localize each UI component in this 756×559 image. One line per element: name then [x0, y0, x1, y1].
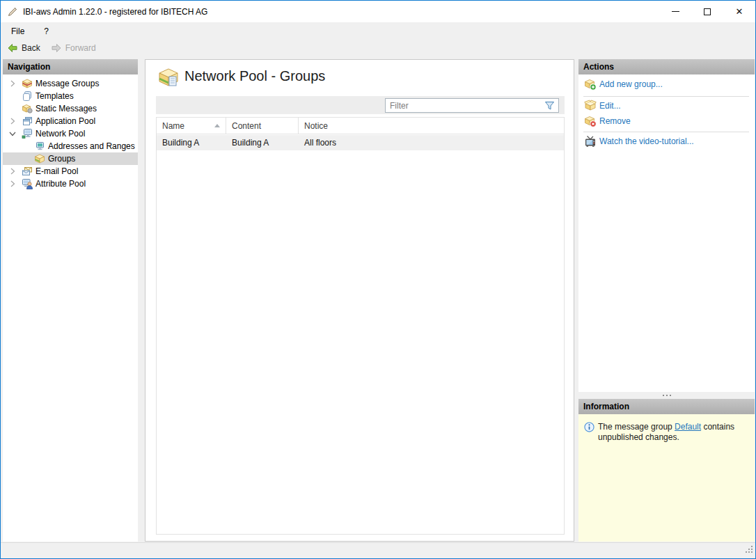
resize-grip-icon[interactable] [746, 544, 753, 556]
filter-input[interactable] [386, 101, 544, 111]
add-group-icon [584, 78, 597, 93]
action-link[interactable]: Edit... [599, 101, 621, 111]
back-arrow-icon [7, 42, 18, 54]
action-remove[interactable]: Remove [578, 113, 755, 129]
titlebar: IBI-aws Admin 1.22.0 - registered for IB… [1, 1, 755, 22]
menu-item-file[interactable]: File [5, 24, 31, 39]
sidebar-item-message-groups[interactable]: Message Groups [3, 77, 138, 90]
window-title: IBI-aws Admin 1.22.0 - registered for IB… [23, 7, 207, 17]
info-message: The message group Default contains unpub… [598, 422, 746, 443]
info-text-before: The message group [598, 422, 675, 432]
cell-notice: All floors [299, 135, 564, 150]
main-panel: Network Pool - Groups Name Content [145, 59, 574, 542]
sidebar-item-addresses-and-ranges[interactable]: Addresses and Ranges [3, 140, 138, 152]
application-pool-icon [22, 116, 33, 127]
sidebar-item-label: E-mail Pool [36, 166, 78, 176]
filter-field[interactable] [385, 98, 559, 113]
page-header: Network Pool - Groups [145, 60, 574, 93]
sidebar-item-network-pool[interactable]: Network Pool [3, 127, 138, 140]
chevron-right-icon[interactable] [8, 79, 17, 88]
actions-separator [583, 96, 749, 97]
actions-separator [583, 132, 749, 132]
action-link[interactable]: Watch the video-tutorial... [599, 136, 694, 146]
static-messages-icon [22, 103, 33, 114]
cell-content: Building A [226, 135, 299, 150]
groups-table: Name Content Notice Building A Building … [156, 117, 565, 535]
forward-button[interactable]: Forward [47, 41, 100, 55]
forward-label: Forward [65, 43, 96, 53]
action-watch-tutorial[interactable]: Watch the video-tutorial... [578, 134, 755, 149]
addresses-icon [34, 141, 45, 152]
information-panel: Information The message group Default co… [578, 399, 755, 542]
back-button[interactable]: Back [3, 41, 45, 55]
column-header-label: Notice [304, 121, 328, 131]
back-label: Back [22, 43, 40, 53]
action-link[interactable]: Add new group... [599, 79, 663, 89]
message-groups-icon [22, 78, 33, 89]
groups-icon [34, 153, 45, 164]
info-circle-icon [584, 422, 594, 435]
sidebar-item-label: Static Messages [36, 104, 97, 113]
information-header: Information [578, 399, 755, 414]
chevron-right-icon[interactable] [8, 180, 17, 188]
sidebar-item-label: Templates [36, 91, 74, 101]
attribute-pool-icon [22, 178, 33, 189]
actions-header: Actions [578, 59, 755, 74]
templates-icon [22, 90, 33, 102]
sidebar-item-attribute-pool[interactable]: Attribute Pool [3, 178, 138, 190]
cell-name: Building A [157, 135, 226, 150]
filter-toolbar [156, 96, 565, 114]
maximize-icon[interactable] [691, 1, 723, 22]
minimize-icon[interactable] [659, 1, 691, 22]
status-bar [1, 542, 755, 558]
navigation-header: Navigation [3, 59, 138, 74]
chevron-right-icon[interactable] [8, 117, 17, 125]
sidebar-item-label: Attribute Pool [36, 179, 86, 189]
sidebar-item-static-messages[interactable]: Static Messages [3, 102, 138, 115]
column-header-label: Content [232, 121, 261, 131]
sidebar-item-label: Network Pool [36, 129, 85, 139]
email-pool-icon [22, 166, 33, 177]
sidebar-item-email-pool[interactable]: E-mail Pool [3, 165, 138, 178]
sidebar-item-templates[interactable]: Templates [3, 90, 138, 102]
navigation-panel: Navigation Message Groups Templates Stat… [3, 59, 138, 542]
app-icon [7, 6, 18, 17]
column-header-label: Name [162, 121, 184, 131]
funnel-icon[interactable] [544, 101, 555, 111]
forward-arrow-icon [51, 42, 62, 54]
information-body: The message group Default contains unpub… [578, 414, 755, 542]
action-link[interactable]: Remove [599, 116, 631, 126]
column-header-content[interactable]: Content [226, 118, 299, 134]
default-group-link[interactable]: Default [675, 422, 701, 432]
chevron-down-icon[interactable] [8, 129, 17, 138]
edit-group-icon [584, 100, 597, 115]
table-header: Name Content Notice [157, 118, 564, 134]
remove-group-icon [584, 115, 597, 130]
navigation-toolbar: Back Forward [1, 40, 755, 56]
panel-splitter[interactable] [578, 392, 755, 399]
app-window: IBI-aws Admin 1.22.0 - registered for IB… [0, 0, 756, 559]
page-title: Network Pool - Groups [184, 68, 325, 84]
sidebar-item-label: Addresses and Ranges [48, 141, 135, 151]
sidebar-item-application-pool[interactable]: Application Pool [3, 115, 138, 127]
sidebar-item-label: Message Groups [36, 79, 99, 88]
tv-icon [584, 135, 597, 150]
sort-ascending-icon [214, 124, 220, 127]
actions-panel: Actions Add new group... Edit... Remove … [578, 59, 755, 392]
column-header-notice[interactable]: Notice [299, 118, 564, 134]
chevron-right-icon[interactable] [8, 167, 17, 175]
sidebar-item-groups[interactable]: Groups [3, 152, 138, 165]
menu-item-help[interactable]: ? [38, 24, 55, 39]
sidebar-item-label: Groups [48, 154, 75, 164]
column-header-name[interactable]: Name [157, 118, 226, 134]
action-add-new-group[interactable]: Add new group... [578, 77, 755, 92]
table-row[interactable]: Building A Building A All floors [157, 135, 564, 150]
sidebar-item-label: Application Pool [36, 116, 95, 126]
close-icon[interactable]: ✕ [723, 1, 755, 22]
action-edit[interactable]: Edit... [578, 98, 755, 113]
menubar: File ? [1, 22, 755, 40]
network-pool-icon [22, 128, 33, 139]
group-box-icon [157, 66, 180, 91]
